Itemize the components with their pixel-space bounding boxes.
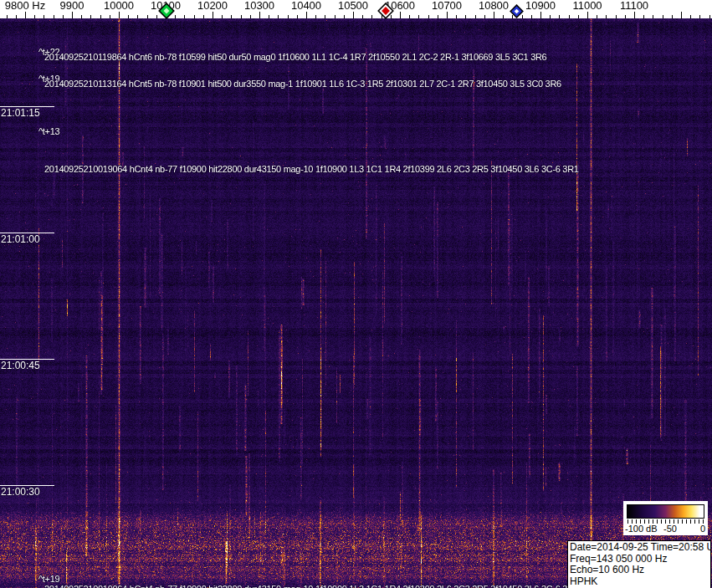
freq-minor-tick xyxy=(699,15,700,18)
db-label-mid: -50 xyxy=(663,524,677,534)
freq-minor-tick xyxy=(569,15,570,18)
db-label-max: 0 xyxy=(700,524,705,534)
info-station: HPHK xyxy=(570,576,710,588)
freq-major-tick xyxy=(119,12,120,18)
freq-minor-tick xyxy=(690,15,691,18)
freq-minor-tick xyxy=(597,15,597,18)
db-scale-tick xyxy=(699,519,699,524)
info-echo: Echo=10 600 Hz xyxy=(570,565,710,576)
station-info-box: Date=2014-09-25 Time=20:58 UTC Freq=143 … xyxy=(567,540,711,588)
freq-minor-tick xyxy=(16,15,17,18)
db-label-min: -100 dB xyxy=(625,524,658,534)
freq-major-tick xyxy=(634,12,635,18)
marker-red[interactable] xyxy=(377,3,394,23)
freq-minor-tick xyxy=(241,15,242,18)
freq-major-tick xyxy=(353,12,354,18)
freq-axis-label: 11000 xyxy=(572,0,602,12)
freq-minor-tick xyxy=(156,15,157,18)
event-time-tag: ^t+19 xyxy=(38,574,59,584)
freq-minor-tick xyxy=(44,15,44,18)
freq-major-tick xyxy=(494,12,494,18)
freq-minor-tick xyxy=(616,15,617,18)
freq-minor-tick xyxy=(409,15,410,18)
freq-minor-tick xyxy=(643,15,644,18)
freq-minor-tick xyxy=(344,15,345,18)
freq-axis-label: 9800 Hz xyxy=(5,0,45,12)
event-time-tag: ^t+13 xyxy=(38,126,59,136)
freq-minor-tick xyxy=(625,15,626,18)
freq-minor-tick xyxy=(335,15,336,18)
freq-axis-label: 11100 xyxy=(620,0,648,12)
freq-major-tick xyxy=(681,12,682,18)
freq-minor-tick xyxy=(550,15,551,18)
event-record-text: 20140925210019064 hCnt4 nb-77 f10900 hit… xyxy=(44,584,579,588)
marker-blue[interactable] xyxy=(510,4,524,22)
freq-axis-label: 10900 xyxy=(525,0,556,12)
freq-minor-tick xyxy=(484,15,485,18)
time-axis-label: 21:01:15 xyxy=(1,107,40,119)
freq-major-tick xyxy=(213,12,213,18)
freq-minor-tick xyxy=(371,15,372,18)
freq-major-tick xyxy=(72,12,73,18)
freq-minor-tick xyxy=(203,15,204,18)
freq-minor-tick xyxy=(531,15,532,18)
freq-axis-label: 10400 xyxy=(291,0,321,12)
freq-minor-tick xyxy=(465,15,466,18)
freq-minor-tick xyxy=(362,15,363,18)
frequency-axis: 9800 Hz990010000101001020010300104001050… xyxy=(0,0,712,18)
info-frequency: Freq=143 050 000 Hz xyxy=(570,554,710,565)
freq-minor-tick xyxy=(428,15,429,18)
freq-minor-tick xyxy=(222,15,223,18)
freq-major-tick xyxy=(587,12,588,18)
freq-minor-tick xyxy=(578,15,579,18)
freq-minor-tick xyxy=(663,15,663,18)
freq-minor-tick xyxy=(90,15,91,18)
db-gradient-bar xyxy=(627,504,704,519)
event-record-text: 20140925210113164 hCnt5 nb-78 f10901 hit… xyxy=(44,79,561,89)
meteor-spectrogram-app: 9800 Hz990010000101001020010300104001050… xyxy=(0,0,712,588)
freq-axis-label: 10300 xyxy=(244,0,274,12)
freq-minor-tick xyxy=(456,15,457,18)
freq-minor-tick xyxy=(269,15,269,18)
db-scale-tick xyxy=(686,519,687,524)
freq-major-tick xyxy=(259,12,260,18)
freq-axis-label: 10700 xyxy=(432,0,462,12)
freq-minor-tick xyxy=(137,15,138,18)
freq-minor-tick xyxy=(250,15,251,18)
freq-minor-tick xyxy=(325,15,325,18)
event-record-text: 20140925210019064 hCnt4 nb-77 f10900 hit… xyxy=(44,164,579,174)
freq-minor-tick xyxy=(175,15,176,18)
db-scale-legend: -100 dB -50 0 xyxy=(623,501,708,535)
freq-minor-tick xyxy=(297,15,298,18)
freq-axis-label: 10000 xyxy=(104,0,134,12)
freq-minor-tick xyxy=(100,15,101,18)
freq-minor-tick xyxy=(7,15,8,18)
freq-minor-tick xyxy=(54,15,54,18)
marker-green[interactable] xyxy=(158,3,175,23)
freq-minor-tick xyxy=(606,15,607,18)
db-scale-tick xyxy=(682,519,683,524)
time-axis-label: 21:01:00 xyxy=(1,233,40,245)
freq-minor-tick xyxy=(503,15,504,18)
freq-minor-tick xyxy=(475,15,476,18)
freq-minor-tick xyxy=(672,15,673,18)
freq-major-tick xyxy=(447,12,448,18)
freq-minor-tick xyxy=(147,15,148,18)
freq-axis-label: 10800 xyxy=(479,0,509,12)
db-scale-tick xyxy=(690,519,691,524)
freq-minor-tick xyxy=(418,15,419,18)
freq-major-tick xyxy=(25,12,26,18)
freq-minor-tick xyxy=(128,15,129,18)
freq-minor-tick xyxy=(184,15,185,18)
freq-minor-tick xyxy=(709,15,710,18)
db-scale-tick xyxy=(678,519,679,524)
freq-major-tick xyxy=(306,12,307,18)
freq-minor-tick xyxy=(81,15,82,18)
freq-major-tick xyxy=(400,12,401,18)
freq-minor-tick xyxy=(438,15,438,18)
freq-minor-tick xyxy=(63,15,64,18)
spectrogram-canvas[interactable] xyxy=(0,18,712,588)
freq-minor-tick xyxy=(194,15,195,18)
freq-minor-tick xyxy=(288,15,289,18)
freq-minor-tick xyxy=(110,15,110,18)
